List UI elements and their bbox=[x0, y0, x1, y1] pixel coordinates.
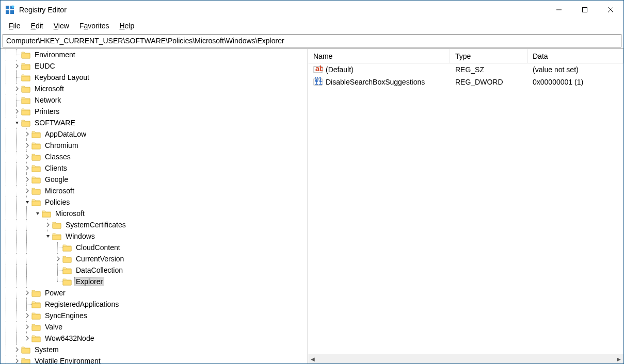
tree-expander-icon[interactable] bbox=[23, 334, 31, 342]
tree-node-clients[interactable]: Clients bbox=[1, 162, 308, 174]
tree-expander-icon[interactable] bbox=[23, 311, 31, 320]
tree-node-datacollection[interactable]: DataCollection bbox=[1, 264, 308, 276]
value-name-cell: 011 110 DisableSearchBoxSuggestions bbox=[308, 76, 450, 88]
tree-node-power[interactable]: Power bbox=[1, 287, 308, 299]
tree-node-syncengines[interactable]: SyncEngines bbox=[1, 310, 308, 321]
tree-expander-icon[interactable] bbox=[34, 209, 42, 218]
menu-view[interactable]: View bbox=[49, 21, 74, 31]
tree-node-eudc[interactable]: EUDC bbox=[1, 60, 308, 72]
tree-node-environment[interactable]: Environment bbox=[1, 49, 308, 60]
menu-favorites[interactable]: Favorites bbox=[74, 21, 115, 31]
scroll-right-icon[interactable]: ▶ bbox=[614, 354, 623, 363]
minimize-button[interactable] bbox=[546, 1, 572, 19]
svg-rect-2 bbox=[6, 10, 9, 14]
value-data-cell: 0x00000001 (1) bbox=[527, 77, 623, 87]
value-type-cell: REG_DWORD bbox=[450, 77, 527, 87]
column-header-type[interactable]: Type bbox=[450, 49, 527, 63]
tree-node-microsoft[interactable]: Microsoft bbox=[1, 83, 308, 94]
values-header: Name Type Data bbox=[308, 49, 623, 63]
menu-help[interactable]: Help bbox=[114, 21, 139, 31]
tree-node-system[interactable]: System bbox=[1, 344, 308, 355]
maximize-button[interactable] bbox=[572, 1, 598, 19]
tree-node-label: SOFTWARE bbox=[33, 118, 77, 127]
tree-expander-icon[interactable] bbox=[13, 119, 21, 127]
tree-expander-icon[interactable] bbox=[13, 107, 21, 115]
tree-node-volatile-environment[interactable]: Volatile Environment bbox=[1, 355, 308, 363]
tree-node-systemcertificates[interactable]: SystemCertificates bbox=[1, 219, 308, 230]
reg-binary-icon: 011 110 bbox=[313, 77, 323, 87]
tree-panel[interactable]: Environment EUDC Keyboard Layout Microso… bbox=[1, 49, 308, 363]
address-bar[interactable]: Computer\HKEY_CURRENT_USER\SOFTWARE\Poli… bbox=[3, 34, 621, 47]
tree-node-currentversion[interactable]: CurrentVersion bbox=[1, 253, 308, 264]
tree-expander-icon[interactable] bbox=[23, 198, 31, 206]
folder-icon bbox=[31, 289, 41, 297]
tree-node-microsoft[interactable]: Microsoft bbox=[1, 208, 308, 219]
tree-expander-icon[interactable] bbox=[23, 187, 31, 195]
tree-expander-icon[interactable] bbox=[54, 255, 62, 263]
tree-node-wow6432node[interactable]: Wow6432Node bbox=[1, 333, 308, 344]
tree-expander-icon[interactable] bbox=[13, 85, 21, 93]
value-row[interactable]: 011 110 DisableSearchBoxSuggestions REG_… bbox=[308, 76, 623, 88]
tree-node-valve[interactable]: Valve bbox=[1, 321, 308, 333]
scroll-left-icon[interactable]: ◀ bbox=[308, 354, 317, 363]
value-data-cell: (value not set) bbox=[527, 64, 623, 75]
tree-node-policies[interactable]: Policies bbox=[1, 196, 308, 208]
menu-edit[interactable]: Edit bbox=[26, 21, 49, 31]
tree-node-classes[interactable]: Classes bbox=[1, 151, 308, 162]
folder-icon bbox=[31, 312, 41, 320]
title-bar: Registry Editor bbox=[1, 1, 623, 19]
folder-icon bbox=[31, 142, 41, 150]
tree-expander-icon[interactable] bbox=[44, 221, 52, 229]
tree-expander-icon[interactable] bbox=[13, 345, 21, 354]
tree-node-label: SyncEngines bbox=[43, 311, 89, 320]
folder-icon bbox=[21, 74, 30, 81]
tree-node-label: Policies bbox=[43, 197, 71, 207]
tree-node-printers[interactable]: Printers bbox=[1, 106, 308, 117]
menu-bar: File Edit View Favorites Help bbox=[1, 19, 623, 33]
tree-expander-icon[interactable] bbox=[13, 357, 21, 363]
folder-icon bbox=[31, 153, 41, 161]
tree-expander-icon[interactable] bbox=[23, 175, 31, 184]
tree-node-google[interactable]: Google bbox=[1, 174, 308, 185]
tree-expander-icon[interactable] bbox=[23, 130, 31, 138]
tree-expander-icon[interactable] bbox=[23, 289, 31, 297]
tree-node-label: Windows bbox=[64, 231, 97, 241]
folder-icon bbox=[21, 62, 30, 70]
folder-icon bbox=[21, 51, 30, 59]
tree-expander-icon[interactable] bbox=[44, 232, 52, 240]
tree-node-cloudcontent[interactable]: CloudContent bbox=[1, 242, 308, 253]
close-button[interactable] bbox=[598, 1, 623, 19]
tree-expander-icon[interactable] bbox=[23, 323, 31, 331]
values-body[interactable]: ab (Default) REG_SZ (value not set) 011 … bbox=[308, 63, 623, 354]
tree-node-keyboard-layout[interactable]: Keyboard Layout bbox=[1, 72, 308, 83]
column-header-name[interactable]: Name bbox=[308, 49, 450, 63]
tree-node-label: SystemCertificates bbox=[64, 220, 127, 229]
tree-expander-icon[interactable] bbox=[13, 62, 21, 70]
value-row[interactable]: ab (Default) REG_SZ (value not set) bbox=[308, 63, 623, 76]
menu-file[interactable]: File bbox=[4, 21, 26, 31]
tree-expander-icon[interactable] bbox=[23, 141, 31, 150]
tree-node-software[interactable]: SOFTWARE bbox=[1, 117, 308, 128]
tree-expander-icon[interactable] bbox=[23, 164, 31, 172]
tree-node-label: Environment bbox=[33, 50, 77, 59]
tree-node-label: Microsoft bbox=[43, 186, 76, 195]
tree-node-explorer[interactable]: Explorer bbox=[1, 276, 308, 287]
tree-node-windows[interactable]: Windows bbox=[1, 230, 308, 242]
tree-node-label: Chromium bbox=[43, 141, 80, 150]
tree-node-microsoft[interactable]: Microsoft bbox=[1, 185, 308, 196]
values-panel: Name Type Data ab (Default) REG_SZ (valu… bbox=[308, 49, 623, 363]
tree-node-label: EUDC bbox=[33, 61, 57, 71]
window-controls bbox=[546, 1, 623, 19]
column-header-data[interactable]: Data bbox=[527, 49, 623, 63]
tree-node-label: DataCollection bbox=[74, 266, 124, 275]
tree-node-chromium[interactable]: Chromium bbox=[1, 140, 308, 151]
main-content: Environment EUDC Keyboard Layout Microso… bbox=[1, 48, 623, 363]
horizontal-scrollbar[interactable]: ◀ ▶ bbox=[308, 354, 623, 363]
tree-node-registeredapplications[interactable]: RegisteredApplications bbox=[1, 299, 308, 310]
tree-node-appdatalow[interactable]: AppDataLow bbox=[1, 128, 308, 140]
tree-node-label: Clients bbox=[43, 163, 69, 173]
tree-expander-icon[interactable] bbox=[23, 153, 31, 161]
scroll-track[interactable] bbox=[317, 354, 614, 363]
tree-node-network[interactable]: Network bbox=[1, 94, 308, 106]
folder-icon bbox=[62, 244, 72, 252]
